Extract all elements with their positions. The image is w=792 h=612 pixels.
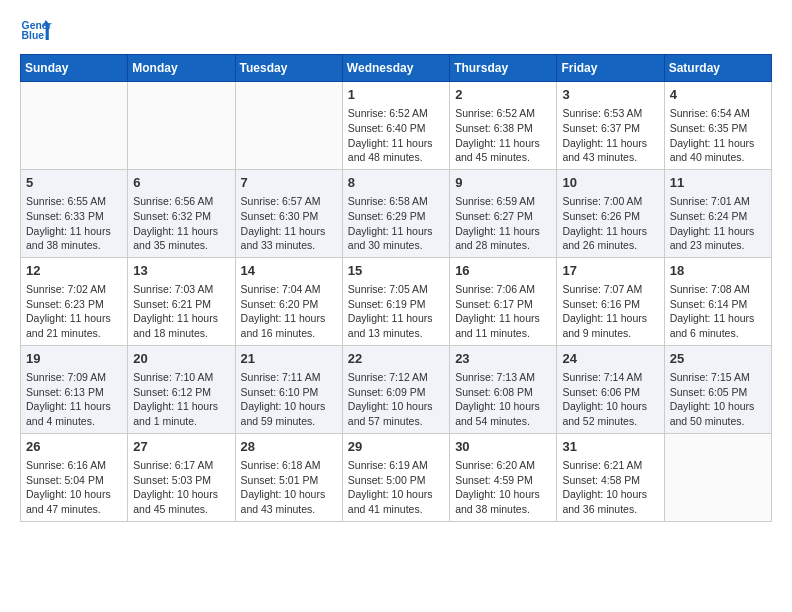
day-info-line: Sunrise: 6:17 AM xyxy=(133,458,229,473)
day-number: 5 xyxy=(26,174,122,192)
day-info-line: and 57 minutes. xyxy=(348,414,444,429)
day-info-line: and 50 minutes. xyxy=(670,414,766,429)
day-info-line: Sunrise: 7:07 AM xyxy=(562,282,658,297)
day-info-line: Sunrise: 6:54 AM xyxy=(670,106,766,121)
day-info-line: Sunset: 6:17 PM xyxy=(455,297,551,312)
calendar-week-row: 19Sunrise: 7:09 AMSunset: 6:13 PMDayligh… xyxy=(21,345,772,433)
day-number: 19 xyxy=(26,350,122,368)
day-info-line: Daylight: 11 hours xyxy=(348,224,444,239)
calendar-day-2: 2Sunrise: 6:52 AMSunset: 6:38 PMDaylight… xyxy=(450,82,557,170)
day-info-line: Daylight: 11 hours xyxy=(241,224,337,239)
calendar-empty-cell xyxy=(664,433,771,521)
calendar-day-14: 14Sunrise: 7:04 AMSunset: 6:20 PMDayligh… xyxy=(235,257,342,345)
day-number: 4 xyxy=(670,86,766,104)
day-info-line: Sunrise: 7:06 AM xyxy=(455,282,551,297)
day-info-line: Daylight: 10 hours xyxy=(670,399,766,414)
day-info-line: Daylight: 11 hours xyxy=(562,136,658,151)
day-info-line: Sunset: 6:30 PM xyxy=(241,209,337,224)
day-info-line: Daylight: 10 hours xyxy=(133,487,229,502)
day-info-line: Sunset: 6:35 PM xyxy=(670,121,766,136)
day-info-line: Sunset: 5:01 PM xyxy=(241,473,337,488)
day-info-line: Sunrise: 6:55 AM xyxy=(26,194,122,209)
day-info-line: Daylight: 11 hours xyxy=(455,136,551,151)
day-info-line: and 48 minutes. xyxy=(348,150,444,165)
day-info-line: and 45 minutes. xyxy=(455,150,551,165)
calendar-day-26: 26Sunrise: 6:16 AMSunset: 5:04 PMDayligh… xyxy=(21,433,128,521)
day-info-line: Sunset: 6:06 PM xyxy=(562,385,658,400)
day-info-line: and 30 minutes. xyxy=(348,238,444,253)
day-info-line: Daylight: 10 hours xyxy=(455,399,551,414)
day-info-line: Sunrise: 6:59 AM xyxy=(455,194,551,209)
day-info-line: and 43 minutes. xyxy=(562,150,658,165)
day-number: 20 xyxy=(133,350,229,368)
day-info-line: Sunset: 6:23 PM xyxy=(26,297,122,312)
day-info-line: Daylight: 11 hours xyxy=(133,399,229,414)
calendar-header: SundayMondayTuesdayWednesdayThursdayFrid… xyxy=(21,55,772,82)
day-info-line: and 33 minutes. xyxy=(241,238,337,253)
day-info-line: Sunrise: 7:15 AM xyxy=(670,370,766,385)
day-number: 17 xyxy=(562,262,658,280)
calendar-day-15: 15Sunrise: 7:05 AMSunset: 6:19 PMDayligh… xyxy=(342,257,449,345)
calendar-day-29: 29Sunrise: 6:19 AMSunset: 5:00 PMDayligh… xyxy=(342,433,449,521)
weekday-header-tuesday: Tuesday xyxy=(235,55,342,82)
weekday-row: SundayMondayTuesdayWednesdayThursdayFrid… xyxy=(21,55,772,82)
day-info-line: and 26 minutes. xyxy=(562,238,658,253)
day-info-line: Sunrise: 7:14 AM xyxy=(562,370,658,385)
day-number: 28 xyxy=(241,438,337,456)
weekday-header-monday: Monday xyxy=(128,55,235,82)
calendar-week-row: 5Sunrise: 6:55 AMSunset: 6:33 PMDaylight… xyxy=(21,169,772,257)
day-info-line: Sunrise: 6:52 AM xyxy=(348,106,444,121)
day-info-line: and 9 minutes. xyxy=(562,326,658,341)
calendar-day-16: 16Sunrise: 7:06 AMSunset: 6:17 PMDayligh… xyxy=(450,257,557,345)
day-info-line: Sunset: 6:12 PM xyxy=(133,385,229,400)
day-info-line: and 38 minutes. xyxy=(26,238,122,253)
calendar-day-13: 13Sunrise: 7:03 AMSunset: 6:21 PMDayligh… xyxy=(128,257,235,345)
day-number: 21 xyxy=(241,350,337,368)
day-info-line: Daylight: 11 hours xyxy=(670,311,766,326)
day-info-line: and 21 minutes. xyxy=(26,326,122,341)
calendar-day-8: 8Sunrise: 6:58 AMSunset: 6:29 PMDaylight… xyxy=(342,169,449,257)
calendar-day-12: 12Sunrise: 7:02 AMSunset: 6:23 PMDayligh… xyxy=(21,257,128,345)
day-info-line: Sunrise: 6:56 AM xyxy=(133,194,229,209)
day-info-line: Sunset: 6:10 PM xyxy=(241,385,337,400)
day-info-line: Sunrise: 7:13 AM xyxy=(455,370,551,385)
day-info-line: Sunset: 5:03 PM xyxy=(133,473,229,488)
day-info-line: Sunset: 6:13 PM xyxy=(26,385,122,400)
day-info-line: Sunrise: 6:16 AM xyxy=(26,458,122,473)
day-info-line: Sunrise: 6:52 AM xyxy=(455,106,551,121)
calendar-empty-cell xyxy=(235,82,342,170)
day-info-line: Daylight: 11 hours xyxy=(562,224,658,239)
day-info-line: Sunrise: 6:21 AM xyxy=(562,458,658,473)
day-number: 2 xyxy=(455,86,551,104)
day-info-line: Sunset: 6:38 PM xyxy=(455,121,551,136)
day-number: 8 xyxy=(348,174,444,192)
day-number: 26 xyxy=(26,438,122,456)
day-info-line: Sunset: 5:00 PM xyxy=(348,473,444,488)
weekday-header-friday: Friday xyxy=(557,55,664,82)
calendar-day-19: 19Sunrise: 7:09 AMSunset: 6:13 PMDayligh… xyxy=(21,345,128,433)
day-info-line: Sunset: 6:27 PM xyxy=(455,209,551,224)
calendar-day-7: 7Sunrise: 6:57 AMSunset: 6:30 PMDaylight… xyxy=(235,169,342,257)
day-number: 24 xyxy=(562,350,658,368)
day-info-line: and 45 minutes. xyxy=(133,502,229,517)
day-info-line: Sunset: 6:32 PM xyxy=(133,209,229,224)
day-info-line: Sunset: 6:05 PM xyxy=(670,385,766,400)
weekday-header-sunday: Sunday xyxy=(21,55,128,82)
day-number: 23 xyxy=(455,350,551,368)
day-info-line: and 35 minutes. xyxy=(133,238,229,253)
calendar-week-row: 26Sunrise: 6:16 AMSunset: 5:04 PMDayligh… xyxy=(21,433,772,521)
day-number: 12 xyxy=(26,262,122,280)
day-info-line: Daylight: 10 hours xyxy=(455,487,551,502)
day-info-line: and 59 minutes. xyxy=(241,414,337,429)
calendar-day-1: 1Sunrise: 6:52 AMSunset: 6:40 PMDaylight… xyxy=(342,82,449,170)
day-info-line: Daylight: 10 hours xyxy=(562,399,658,414)
day-info-line: Sunset: 6:21 PM xyxy=(133,297,229,312)
day-info-line: Daylight: 10 hours xyxy=(241,399,337,414)
calendar-day-5: 5Sunrise: 6:55 AMSunset: 6:33 PMDaylight… xyxy=(21,169,128,257)
calendar-week-row: 12Sunrise: 7:02 AMSunset: 6:23 PMDayligh… xyxy=(21,257,772,345)
calendar-day-31: 31Sunrise: 6:21 AMSunset: 4:58 PMDayligh… xyxy=(557,433,664,521)
day-info-line: and 1 minute. xyxy=(133,414,229,429)
calendar-day-6: 6Sunrise: 6:56 AMSunset: 6:32 PMDaylight… xyxy=(128,169,235,257)
day-info-line: Sunrise: 6:19 AM xyxy=(348,458,444,473)
day-info-line: Sunrise: 6:53 AM xyxy=(562,106,658,121)
